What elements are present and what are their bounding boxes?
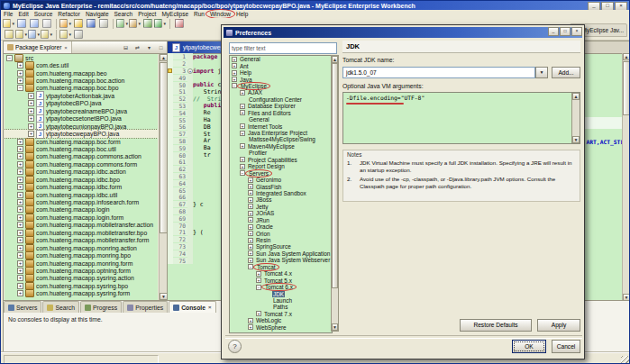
pref-tree-item[interactable]: −MyEclipse [230,83,332,89]
expander-icon[interactable]: + [248,224,253,230]
restore-defaults-button[interactable]: Restore Defaults [460,319,532,332]
menu-window[interactable]: Window [207,10,233,18]
expander-icon[interactable]: + [17,222,23,228]
expander-icon[interactable]: + [248,211,253,216]
tree-item[interactable]: +JytpaytobecrealnameBPO.java [5,107,158,114]
expander-icon[interactable]: + [17,275,23,281]
link-editor-icon[interactable]: ⇄ [132,43,142,53]
expander-icon[interactable]: + [248,217,253,223]
expander-icon[interactable]: + [17,206,23,213]
tree-item[interactable]: +com.huateng.macapp.sysring.form [5,290,158,297]
expander-icon[interactable]: + [17,252,23,259]
expander-icon[interactable]: + [17,199,23,205]
filter-input[interactable] [229,42,337,54]
tree-item[interactable]: +JytpaytoberActionbak.java [5,92,158,99]
tree-item[interactable]: +com.des.util [5,61,158,68]
combo-dropdown-icon[interactable]: ▼ [535,67,548,78]
pref-tree-item[interactable]: Launch [230,297,332,304]
expander-icon[interactable]: + [17,283,23,289]
pref-tree-item[interactable]: −Tomcat 6.x [230,284,332,290]
tree-item[interactable]: +com.huateng.macapp.boc.form [5,138,158,145]
expander-icon[interactable]: + [17,245,23,251]
pref-tree-item[interactable]: +Geronimo [230,177,332,183]
tree-item[interactable]: +JytpaytobecBPO.java [5,100,158,107]
minimize-view-icon[interactable]: □ [156,43,166,53]
tree-item[interactable]: +com.huateng.macapp.monring.form [5,259,158,267]
ok-button[interactable]: OK [512,340,546,353]
expander-icon[interactable]: − [6,55,13,61]
menu-refactor[interactable]: Refactor [55,10,83,18]
scroll-down-icon[interactable]: ▼ [572,136,580,143]
tree-item[interactable]: +com.huateng.macapp.idbc.form [5,183,158,190]
expander-icon[interactable]: + [248,177,253,183]
expander-icon[interactable]: + [248,231,253,236]
expander-icon[interactable]: + [248,197,253,203]
cancel-button[interactable]: Cancel [552,340,580,353]
scroll-up-icon[interactable]: ▲ [572,93,580,100]
expander-icon[interactable]: + [17,139,23,145]
new-wizard-icon[interactable]: ▾ [3,19,14,29]
pref-tree-item[interactable]: +General [230,56,332,62]
expander-icon[interactable]: + [248,238,253,243]
menu-search[interactable]: Search [112,10,136,18]
expander-icon[interactable]: + [248,184,253,189]
tree-item[interactable]: −com.huateng.macapp.boc.bpo [5,85,158,92]
pref-tree-item[interactable]: +Ant [230,62,332,68]
expander-icon[interactable]: + [248,190,253,196]
pref-tree-item[interactable]: +Internet Tools [230,123,332,129]
tab-package-explorer[interactable]: Package Explorer × [4,41,72,53]
new-package-icon[interactable]: ▾ [129,19,141,29]
close-icon[interactable]: × [64,45,68,50]
print-icon[interactable] [41,19,52,29]
tree-item[interactable]: +com.huateng.macapp.idbc.action [5,168,158,176]
menu-edit[interactable]: Edit [15,10,31,18]
pref-tree-item[interactable]: +JRun [230,217,332,223]
pref-tree-item[interactable]: +GlassFish [230,183,332,189]
expander-icon[interactable]: + [232,70,237,76]
last-edit-icon[interactable]: ▾ [28,30,40,40]
run-icon[interactable]: ▾ [154,19,166,29]
run-server-icon[interactable] [72,19,84,29]
menu-source[interactable]: Source [32,10,56,18]
pref-tree-item[interactable]: −Tomcat [230,264,332,270]
pref-tree-item[interactable]: +Sun Java System Application Server [230,250,332,257]
pref-tree-item[interactable]: +Integrated Sandbox [230,190,332,196]
expander-icon[interactable]: + [248,318,253,323]
back-icon[interactable]: ▾ [41,30,52,40]
preferences-tree-scrollbar[interactable]: ▲ ▼ [331,55,339,332]
deploy-icon[interactable]: ▾ [59,19,71,29]
expander-icon[interactable]: + [232,57,237,62]
expander-icon[interactable]: + [17,62,23,68]
tab-properties[interactable]: Properties [123,301,168,313]
pref-tree-item[interactable]: +JBoss [230,196,332,203]
textarea-scrollbar[interactable]: ▲ ▼ [571,93,580,143]
collapse-all-icon[interactable]: ⊟ [121,43,131,53]
expander-icon[interactable]: + [28,115,34,122]
expander-icon[interactable]: + [256,278,261,283]
dialog-maximize-button[interactable]: □ [560,27,571,36]
expander-icon[interactable]: + [17,77,23,84]
dialog-title-bar[interactable]: Preferences [224,27,582,38]
pref-tree-item[interactable]: +JOnAS [230,210,332,216]
expander-icon[interactable]: + [17,184,23,190]
expander-icon[interactable]: + [248,204,253,209]
pref-tree-item[interactable]: +Java Enterprise Project [230,130,332,136]
pref-tree-item[interactable]: +SpringSource [230,243,332,250]
expander-icon[interactable]: + [28,108,34,114]
expander-icon[interactable]: + [248,258,253,263]
pref-tree-item[interactable]: +Tomcat 4.x [230,270,332,277]
pref-tree-item[interactable]: +Resin [230,237,332,243]
expander-icon[interactable]: + [17,214,23,221]
pref-tree-item[interactable]: JDK [230,290,332,296]
tree-item[interactable]: +com.huateng.macapp.sysring.action [5,275,158,282]
expander-icon[interactable]: + [28,123,34,130]
external-tools-icon[interactable] [173,19,185,29]
expander-icon[interactable]: + [17,177,23,183]
tab-servers[interactable]: Servers [4,301,41,313]
expander-icon[interactable]: + [248,250,253,256]
tab-console[interactable]: Console× [169,301,215,313]
expander-icon[interactable]: + [240,164,245,169]
expander-icon[interactable]: + [240,110,245,115]
expander-icon[interactable]: + [28,100,34,106]
expander-icon[interactable]: + [17,237,23,243]
